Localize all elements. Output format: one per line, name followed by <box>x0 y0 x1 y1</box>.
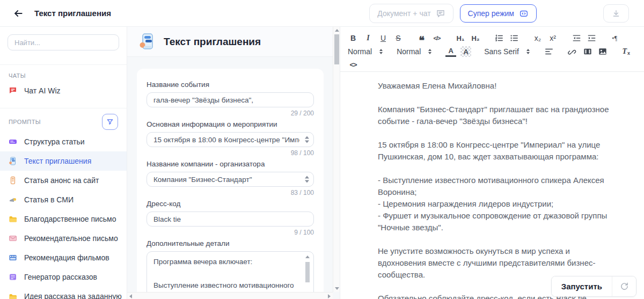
form-horizontal-scrollbar[interactable] <box>127 292 333 299</box>
sidebar-item-label: Генератор рассказов <box>24 273 97 281</box>
highlight-color-button[interactable]: A <box>460 46 471 57</box>
download-arrow-icon <box>612 9 620 18</box>
document-chat-button[interactable]: Документ + чат <box>369 4 453 23</box>
generator-purple-icon <box>9 273 17 281</box>
char-counter: 83 / 100 <box>147 189 314 196</box>
arrow-left-icon <box>13 8 24 19</box>
link-button[interactable] <box>567 46 578 57</box>
structure-icon <box>9 137 17 146</box>
font-select-value: Sans Serif <box>484 47 519 56</box>
sidebar-item-story-idea[interactable]: Идея рассказа на заданную <box>0 287 127 299</box>
indent-button[interactable] <box>586 33 597 43</box>
size-select-value: Normal <box>348 47 372 56</box>
blockquote-button[interactable]: ❝ <box>416 33 427 43</box>
prompts-section-label: ПРОМПТЫ <box>9 119 41 125</box>
stepper-arrows[interactable] <box>305 136 309 143</box>
char-counter: 9 / 100 <box>147 229 314 236</box>
superscript-button[interactable]: x² <box>547 33 558 43</box>
field-event-name: Название события 29 / 200 <box>147 81 314 117</box>
sidebar-item-story-generator[interactable]: Генератор рассказов <box>0 267 127 287</box>
prompt-form-panel: Текст приглашения Название события 29 / … <box>127 27 340 299</box>
sidebar-item-article-structure[interactable]: Структура статьи <box>0 132 127 151</box>
run-button-group: Запустить <box>551 276 636 297</box>
sidebar-item-label: Структура статьи <box>24 137 85 146</box>
back-button[interactable] <box>11 6 26 21</box>
sidebar: ЧАТЫ Чат AI Wiz ПРОМПТЫ Структура статьи <box>0 27 127 299</box>
sidebar-item-label: Текст приглашения <box>24 157 91 165</box>
event-name-input[interactable] <box>147 92 314 107</box>
super-mode-button[interactable]: Супер режим <box>460 4 537 23</box>
char-counter: 29 / 200 <box>147 110 314 117</box>
search-input[interactable] <box>8 34 119 50</box>
company-name-input[interactable] <box>147 172 314 187</box>
clear-formatting-t: T <box>623 47 627 56</box>
text-color-button[interactable]: A <box>445 46 456 57</box>
bold-button[interactable]: B <box>348 33 358 43</box>
heading2-button[interactable]: H₂ <box>470 33 481 43</box>
super-mode-label: Супер режим <box>468 9 514 18</box>
image-button[interactable] <box>597 46 608 57</box>
sidebar-item-recommendation-letter[interactable]: Рекомендательное письмо <box>0 229 127 248</box>
robot-head-icon <box>519 9 529 18</box>
heading1-button[interactable]: H₁ <box>455 33 466 43</box>
doc-orange-icon <box>9 176 17 185</box>
char-counter: 98 / 100 <box>147 149 314 157</box>
editor-toolbar: B I U S ❝ </> H₁ H₂ x₂ x² <box>340 27 644 72</box>
media-icon <box>9 195 17 204</box>
field-label: Название события <box>147 81 314 89</box>
chevron-updown-icon <box>526 49 530 54</box>
folder-yellow-icon <box>9 215 17 223</box>
field-label: Дресс-код <box>147 200 314 208</box>
sidebar-item-label: Статья в СМИ <box>24 195 74 204</box>
field-dress-code: Дресс-код 9 / 100 <box>147 200 314 236</box>
align-button[interactable] <box>544 46 554 57</box>
refresh-button[interactable] <box>612 276 636 296</box>
video-button[interactable] <box>582 46 593 57</box>
event-info-input[interactable] <box>147 132 314 147</box>
text-direction-button[interactable]: ¶ <box>610 33 620 43</box>
sidebar-item-article-media[interactable]: Статья в СМИ <box>0 190 127 209</box>
filter-button[interactable] <box>102 114 118 130</box>
sidebar-item-movie-recommendation[interactable]: Рекомендация фильмов <box>0 248 127 267</box>
sidebar-item-chat-ai-wiz[interactable]: Чат AI Wiz <box>0 81 127 100</box>
sidebar-item-article-announce[interactable]: Статья анонс на сайт <box>0 171 127 190</box>
sidebar-item-label: Рекомендация фильмов <box>24 253 109 262</box>
ordered-list-button[interactable] <box>494 33 504 43</box>
font-select[interactable]: Sans Serif <box>484 47 530 56</box>
editor-content[interactable]: Уважаемая Елена Михайловна! Компания "Би… <box>340 72 644 299</box>
header-select[interactable]: Normal <box>397 47 431 56</box>
sidebar-item-label: Рекомендательное письмо <box>24 234 118 243</box>
form-vertical-scrollbar[interactable] <box>333 27 340 292</box>
sidebar-item-thank-you-letter[interactable]: Благодарственное письмо <box>0 209 127 229</box>
chat-red-icon <box>9 86 17 95</box>
form-header: Текст приглашения <box>127 27 340 57</box>
download-button[interactable] <box>603 4 629 23</box>
italic-button[interactable]: I <box>363 33 374 43</box>
stepper-arrows[interactable] <box>305 176 309 183</box>
dress-code-input[interactable] <box>147 212 314 227</box>
size-select[interactable]: Normal <box>348 47 383 56</box>
subscript-button[interactable]: x₂ <box>532 33 543 43</box>
formula-code-button[interactable]: <> <box>348 59 358 70</box>
paragraph: 15 октября в 18:00 в Конгресс-центре "Им… <box>378 139 612 163</box>
outdent-button[interactable] <box>571 33 582 43</box>
paragraph: - Фуршет и музыкальное сопровождение от … <box>378 210 612 234</box>
strikethrough-button[interactable]: S <box>393 33 404 43</box>
additional-details-textarea[interactable]: Программа вечера включает: Выступление и… <box>147 251 314 297</box>
svg-text:¶: ¶ <box>614 35 617 41</box>
paragraph: - Церемония награждения лидеров индустри… <box>378 198 612 210</box>
sidebar-item-invitation-text[interactable]: Текст приглашения <box>0 151 127 171</box>
phone-invite-icon <box>9 157 17 165</box>
form-scroll-area: Название события 29 / 200 Основная инфор… <box>127 57 340 299</box>
clear-formatting-button[interactable]: Tx <box>621 46 632 57</box>
run-button[interactable]: Запустить <box>552 276 612 296</box>
form-title: Текст приглашения <box>164 36 261 48</box>
topbar-actions: Документ + чат Супер режим <box>369 4 629 23</box>
underline-button[interactable]: U <box>378 33 389 43</box>
bullet-list-button[interactable] <box>509 33 519 43</box>
field-company-name: Название компании - организатора 83 / 10… <box>147 160 314 196</box>
textarea-scrollbar[interactable] <box>305 256 310 295</box>
field-label: Дополнительные детали <box>147 239 314 247</box>
code-button[interactable]: </> <box>431 33 442 43</box>
divider <box>0 108 127 108</box>
